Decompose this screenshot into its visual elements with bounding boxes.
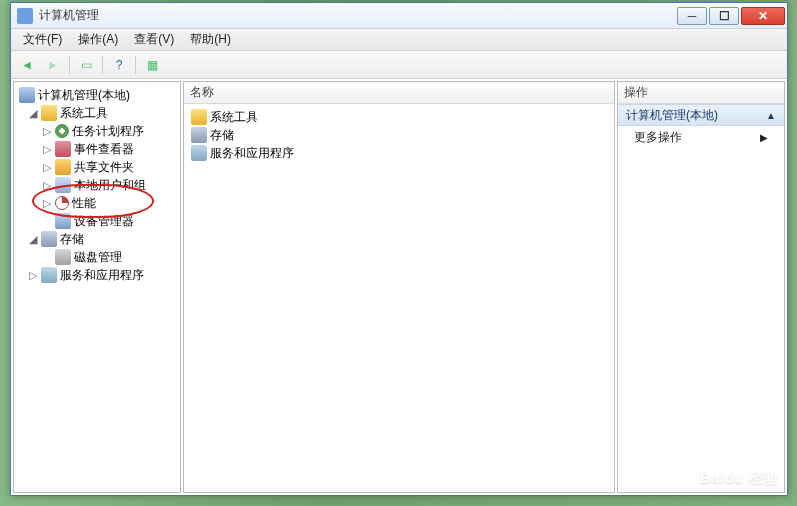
- users-icon: [55, 177, 71, 193]
- tree-event-viewer[interactable]: ▷事件查看器: [16, 140, 178, 158]
- actions-more-label: 更多操作: [634, 129, 682, 146]
- minimize-button[interactable]: ─: [677, 7, 707, 25]
- maximize-button[interactable]: ☐: [709, 7, 739, 25]
- tree-label: 磁盘管理: [74, 249, 122, 266]
- collapse-icon[interactable]: ◢: [26, 232, 40, 246]
- tree-label: 计算机管理(本地): [38, 87, 130, 104]
- tree-storage[interactable]: ◢存储: [16, 230, 178, 248]
- tree-label: 共享文件夹: [74, 159, 134, 176]
- titlebar[interactable]: 计算机管理 ─ ☐ ✕: [11, 3, 787, 29]
- expand-icon[interactable]: ▷: [40, 124, 54, 138]
- list-item[interactable]: 存储: [186, 126, 612, 144]
- services-icon: [41, 267, 57, 283]
- list-item[interactable]: 服务和应用程序: [186, 144, 612, 162]
- collapse-arrow-icon: ▲: [766, 110, 776, 121]
- close-button[interactable]: ✕: [741, 7, 785, 25]
- actions-more[interactable]: 更多操作 ▶: [618, 126, 784, 148]
- watermark-text: Baidu 经验: [700, 470, 779, 488]
- actions-pane: 操作 计算机管理(本地) ▲ 更多操作 ▶: [617, 81, 785, 493]
- menu-view[interactable]: 查看(V): [126, 29, 182, 50]
- menu-help[interactable]: 帮助(H): [182, 29, 239, 50]
- app-window: 计算机管理 ─ ☐ ✕ 文件(F) 操作(A) 查看(V) 帮助(H) ◄ ► …: [10, 2, 788, 496]
- tree-disk-management[interactable]: 磁盘管理: [16, 248, 178, 266]
- event-icon: [55, 141, 71, 157]
- tree-label: 本地用户和组: [74, 177, 146, 194]
- tree-local-users[interactable]: ▷本地用户和组: [16, 176, 178, 194]
- expand-icon[interactable]: ▷: [40, 178, 54, 192]
- share-icon: [55, 159, 71, 175]
- content-area: 计算机管理(本地) ◢系统工具 ▷任务计划程序 ▷事件查看器 ▷共享文件夹 ▷本…: [11, 79, 787, 495]
- list-pane: 名称 系统工具 存储 服务和应用程序: [183, 81, 615, 493]
- help-button[interactable]: ?: [107, 54, 131, 76]
- forward-button[interactable]: ►: [41, 54, 65, 76]
- tree-label: 性能: [72, 195, 96, 212]
- storage-icon: [191, 127, 207, 143]
- expand-icon[interactable]: ▷: [26, 268, 40, 282]
- tree-shared-folders[interactable]: ▷共享文件夹: [16, 158, 178, 176]
- list-item[interactable]: 系统工具: [186, 108, 612, 126]
- disk-icon: [55, 249, 71, 265]
- performance-icon: [55, 196, 69, 210]
- column-header-name[interactable]: 名称: [184, 82, 614, 104]
- tree-services-apps[interactable]: ▷服务和应用程序: [16, 266, 178, 284]
- tree-root[interactable]: 计算机管理(本地): [16, 86, 178, 104]
- list-label: 服务和应用程序: [210, 145, 294, 162]
- tools-icon: [41, 105, 57, 121]
- tree-label: 设备管理器: [74, 213, 134, 230]
- list-label: 存储: [210, 127, 234, 144]
- device-icon: [55, 213, 71, 229]
- submenu-arrow-icon: ▶: [760, 132, 768, 143]
- menu-file[interactable]: 文件(F): [15, 29, 70, 50]
- storage-icon: [41, 231, 57, 247]
- console-tree[interactable]: 计算机管理(本地) ◢系统工具 ▷任务计划程序 ▷事件查看器 ▷共享文件夹 ▷本…: [14, 82, 180, 492]
- tree-device-manager[interactable]: 设备管理器: [16, 212, 178, 230]
- collapse-icon[interactable]: ◢: [26, 106, 40, 120]
- tree-system-tools[interactable]: ◢系统工具: [16, 104, 178, 122]
- menu-action[interactable]: 操作(A): [70, 29, 126, 50]
- tools-icon: [191, 109, 207, 125]
- separator: [102, 56, 103, 74]
- tree-label: 系统工具: [60, 105, 108, 122]
- computer-icon: [19, 87, 35, 103]
- toolbar: ◄ ► ▭ ? ▦: [11, 51, 787, 79]
- back-button[interactable]: ◄: [15, 54, 39, 76]
- window-title: 计算机管理: [39, 7, 675, 24]
- app-icon: [17, 8, 33, 24]
- menubar: 文件(F) 操作(A) 查看(V) 帮助(H): [11, 29, 787, 51]
- tree-task-scheduler[interactable]: ▷任务计划程序: [16, 122, 178, 140]
- tree-label: 事件查看器: [74, 141, 134, 158]
- expand-icon[interactable]: ▷: [40, 142, 54, 156]
- separator: [69, 56, 70, 74]
- tree-label: 任务计划程序: [72, 123, 144, 140]
- expand-icon[interactable]: ▷: [40, 160, 54, 174]
- result-list[interactable]: 系统工具 存储 服务和应用程序: [184, 104, 614, 166]
- actions-header: 操作: [618, 82, 784, 104]
- tree-label: 服务和应用程序: [60, 267, 144, 284]
- show-hide-tree-button[interactable]: ▭: [74, 54, 98, 76]
- list-label: 系统工具: [210, 109, 258, 126]
- actions-group-label: 计算机管理(本地): [626, 107, 718, 124]
- watermark-paw-icon: [651, 438, 685, 468]
- services-icon: [191, 145, 207, 161]
- expand-icon[interactable]: ▷: [40, 196, 54, 210]
- clock-icon: [55, 124, 69, 138]
- tree-performance[interactable]: ▷性能: [16, 194, 178, 212]
- tree-label: 存储: [60, 231, 84, 248]
- properties-button[interactable]: ▦: [140, 54, 164, 76]
- tree-pane: 计算机管理(本地) ◢系统工具 ▷任务计划程序 ▷事件查看器 ▷共享文件夹 ▷本…: [13, 81, 181, 493]
- actions-group-header[interactable]: 计算机管理(本地) ▲: [618, 104, 784, 126]
- separator: [135, 56, 136, 74]
